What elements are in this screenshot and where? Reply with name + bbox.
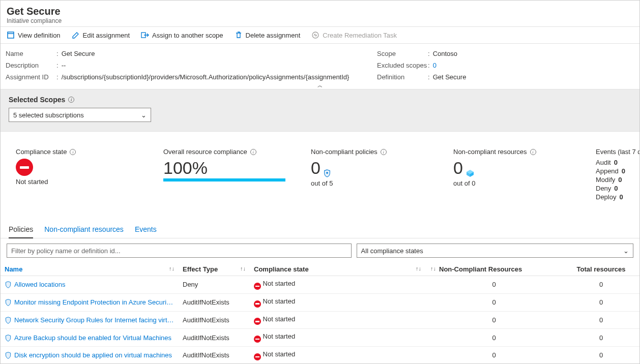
total-resources-count: 0 (563, 329, 639, 347)
toolbar: View definition Edit assignment Assign t… (1, 27, 639, 44)
nc-resources-label: Non-compliant resources (453, 148, 527, 156)
effect-type: AuditIfNotExists (179, 347, 250, 365)
info-icon[interactable]: i (250, 149, 256, 155)
not-started-icon (254, 353, 261, 360)
chevron-down-icon: ⌄ (141, 111, 147, 119)
stats-row: Compliance statei Not started Overall re… (1, 132, 639, 212)
scope-label: Scope (377, 50, 428, 57)
compliance-state-filter[interactable]: All compliance states ⌄ (357, 244, 633, 258)
nc-resources-value: 0 (453, 159, 463, 177)
selected-scopes-label: Selected Scopes (9, 96, 65, 104)
selected-scopes-panel: Selected Scopes i 5 selected subscriptio… (1, 89, 639, 132)
policy-name-link[interactable]: Monitor missing Endpoint Protection in A… (1, 293, 179, 311)
details-panel: Name:Get Secure Description:-- Assignmen… (1, 44, 639, 89)
info-icon[interactable]: i (381, 149, 387, 155)
label: Create Remediation Task (323, 32, 397, 39)
nc-resources-count: 0 (425, 276, 563, 294)
policy-name-link[interactable]: Disk encryption should be applied on vir… (1, 347, 179, 365)
nc-policies-sub: out of 5 (311, 179, 423, 187)
assign-scope-button[interactable]: Assign to another scope (141, 31, 223, 39)
compliance-state: Not started (250, 293, 425, 311)
sort-icon: ↑↓ (240, 265, 246, 271)
collapse-details-button[interactable]: ︽ (317, 82, 323, 89)
total-resources-count: 0 (563, 347, 639, 365)
delete-assignment-button[interactable]: Delete assignment (235, 31, 301, 39)
compliance-state: Not started (250, 347, 425, 365)
col-name[interactable]: Name↑↓ (1, 263, 179, 276)
label: View definition (18, 32, 61, 39)
view-definition-button[interactable]: View definition (7, 31, 61, 39)
excluded-scopes-label: Excluded scopes (377, 62, 428, 69)
label: Assign to another scope (152, 32, 223, 39)
pencil-icon (72, 31, 80, 39)
table-row: Disk encryption should be applied on vir… (1, 347, 639, 365)
effect-type: Deny (179, 276, 250, 294)
compliance-state-label: Compliance state (16, 148, 67, 156)
policy-filter-input[interactable] (7, 244, 352, 258)
table-row: Allowed locationsDeny Not started00 (1, 276, 639, 294)
events-list: Audit0 Append0 Modify0 Deny0 Deploy0 (596, 159, 640, 201)
col-nc-resources[interactable]: Non-Compliant Resources↑↓ (425, 263, 563, 276)
description-value: -- (62, 62, 66, 69)
col-effect[interactable]: Effect Type↑↓ (179, 263, 250, 276)
excluded-scopes-value[interactable]: 0 (433, 62, 437, 69)
compliance-filter-value: All compliance states (361, 247, 423, 255)
not-started-icon (254, 318, 261, 325)
nc-resources-count: 0 (425, 347, 563, 365)
tabs: Policies Non-compliant resources Events (1, 221, 639, 238)
page-subtitle: Initiative compliance (7, 17, 633, 24)
remediation-icon (311, 31, 319, 39)
policy-name-link[interactable]: Network Security Group Rules for Interne… (1, 311, 179, 329)
compliance-state-value: Not started (16, 178, 133, 186)
nc-resources-count: 0 (425, 293, 563, 311)
policy-name-link[interactable]: Azure Backup should be enabled for Virtu… (1, 329, 179, 347)
col-compliance[interactable]: Compliance state↑↓ (250, 263, 425, 276)
effect-type: AuditIfNotExists (179, 293, 250, 311)
create-remediation-button: Create Remediation Task (311, 31, 397, 39)
effect-type: AuditIfNotExists (179, 311, 250, 329)
description-label: Description (6, 62, 56, 69)
effect-type: AuditIfNotExists (179, 329, 250, 347)
scope-value: Contoso (433, 50, 457, 57)
nc-resources-count: 0 (425, 329, 563, 347)
assign-icon (141, 31, 149, 39)
name-value: Get Secure (62, 50, 95, 57)
definition-label: Definition (377, 73, 428, 81)
policies-table: Name↑↓ Effect Type↑↓ Compliance state↑↓ … (1, 263, 639, 364)
policy-name-link[interactable]: Allowed locations (1, 276, 179, 294)
not-started-icon (254, 336, 261, 343)
tab-policies[interactable]: Policies (9, 221, 33, 238)
info-icon[interactable]: i (70, 149, 76, 155)
tab-noncompliant-resources[interactable]: Non-compliant resources (44, 221, 124, 238)
col-total[interactable]: Total resources (563, 263, 639, 276)
assignment-id-label: Assignment ID (6, 73, 56, 81)
tab-events[interactable]: Events (135, 221, 157, 238)
not-started-icon (16, 159, 33, 176)
nc-policies-label: Non-compliant policies (311, 148, 377, 156)
overall-compliance-value: 100% (163, 159, 280, 177)
table-row: Network Security Group Rules for Interne… (1, 311, 639, 329)
page-header: Get Secure Initiative compliance (1, 1, 639, 27)
events-label: Events (last 7 days) (596, 148, 640, 156)
filter-row: All compliance states ⌄ (1, 238, 639, 263)
total-resources-count: 0 (563, 293, 639, 311)
name-label: Name (6, 50, 56, 57)
total-resources-count: 0 (563, 276, 639, 294)
svg-point-4 (326, 172, 328, 174)
edit-assignment-button[interactable]: Edit assignment (72, 31, 130, 39)
nc-resources-sub: out of 0 (453, 179, 565, 187)
info-icon[interactable]: i (68, 97, 74, 103)
compliance-state: Not started (250, 311, 425, 329)
assignment-id-value: /subscriptions/{subscriptionId}/provider… (62, 73, 350, 81)
sort-icon: ↑↓ (430, 265, 436, 271)
overall-compliance-label: Overall resource compliance (163, 148, 247, 156)
svg-rect-0 (8, 32, 14, 38)
cube-icon (466, 169, 474, 177)
nc-resources-count: 0 (425, 311, 563, 329)
shield-icon (324, 169, 331, 177)
scopes-dropdown[interactable]: 5 selected subscriptions ⌄ (9, 108, 151, 122)
total-resources-count: 0 (563, 311, 639, 329)
info-icon[interactable]: i (530, 149, 536, 155)
sort-icon: ↑↓ (416, 265, 421, 271)
not-started-icon (254, 283, 261, 290)
